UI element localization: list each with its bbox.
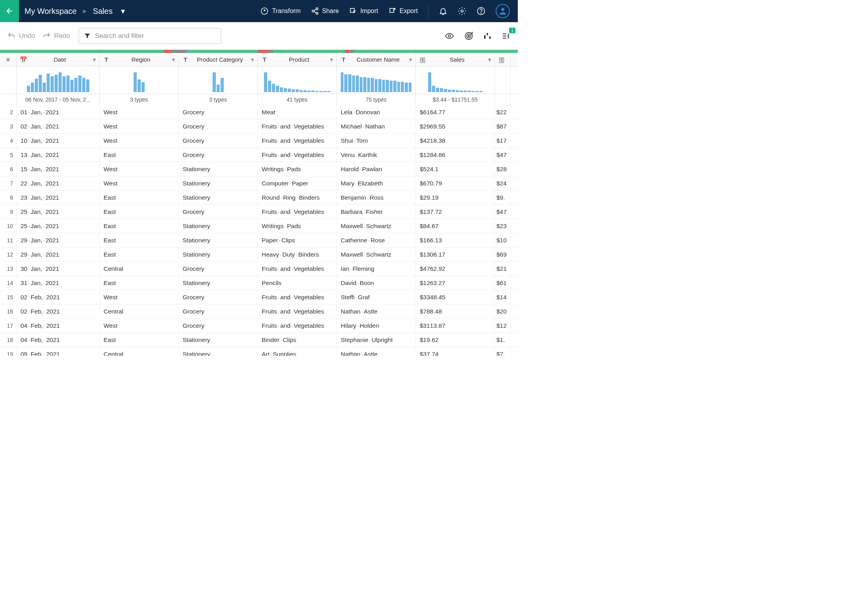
user-avatar[interactable]	[496, 4, 510, 18]
cell-extra[interactable]: $28	[495, 162, 511, 176]
table-row[interactable]: 722 ·Jan, ·2021WestStationeryComputer ·P…	[0, 176, 518, 191]
column-menu-caret[interactable]: ▾	[330, 56, 333, 63]
search-filter[interactable]	[79, 28, 221, 44]
cell-extra[interactable]: $12	[495, 319, 511, 332]
chart-button[interactable]	[483, 32, 492, 40]
export-button[interactable]: Export	[389, 7, 418, 15]
target-button[interactable]	[464, 31, 474, 41]
cell-date[interactable]: 30 ·Jan, ·2021	[17, 262, 100, 276]
cell-customer[interactable]: Hilary ·Holden	[337, 319, 416, 332]
cell-sales[interactable]: $3113.87	[416, 319, 495, 332]
cell-extra[interactable]: $87	[495, 119, 511, 133]
column-header-product-category[interactable]: TProduct Category▾	[179, 53, 258, 66]
table-row[interactable]: 513 ·Jan, ·2021EastGroceryFruits ·and ·V…	[0, 148, 518, 162]
table-row[interactable]: 925 ·Jan, ·2021EastGroceryFruits ·and ·V…	[0, 205, 518, 219]
table-row[interactable]: 1804 ·Feb, ·2021EastStationeryBinder ·Cl…	[0, 333, 518, 347]
cell-region[interactable]: East	[100, 191, 179, 204]
cell-date[interactable]: 02 ·Feb, ·2021	[17, 290, 100, 304]
table-row[interactable]: 823 ·Jan, ·2021EastStationeryRound ·Ring…	[0, 191, 518, 205]
cell-product[interactable]: Art ·Supplies	[258, 347, 337, 356]
column-menu-caret[interactable]: ▾	[251, 56, 254, 63]
cell-category[interactable]: Grocery	[179, 319, 258, 332]
cell-category[interactable]: Stationery	[179, 233, 258, 247]
table-row[interactable]: 1129 ·Jan, ·2021EastStationeryPaper ·Cli…	[0, 233, 518, 247]
cell-category[interactable]: Grocery	[179, 119, 258, 133]
cell-product[interactable]: Heavy ·Duty ·Binders	[258, 247, 337, 261]
cell-customer[interactable]: Maxwell ·Schwartz	[337, 247, 416, 261]
cell-customer[interactable]: Catherine ·Rose	[337, 233, 416, 247]
transform-button[interactable]: Transform	[260, 7, 300, 15]
table-row[interactable]: 1025 ·Jan, ·2021EastStationeryWritings ·…	[0, 219, 518, 233]
cell-product[interactable]: Binder ·Clips	[258, 333, 337, 347]
cell-sales[interactable]: $2969.55	[416, 119, 495, 133]
cell-customer[interactable]: Nathan ·Astle	[337, 304, 416, 318]
cell-extra[interactable]: $7.	[495, 347, 511, 356]
cell-region[interactable]: East	[100, 233, 179, 247]
histogram-region[interactable]	[100, 66, 179, 94]
cell-region[interactable]: East	[100, 276, 179, 290]
back-button[interactable]	[0, 0, 19, 22]
column-menu-caret[interactable]: ▾	[409, 56, 412, 63]
cell-category[interactable]: Stationery	[179, 176, 258, 190]
import-button[interactable]: Import	[349, 7, 378, 15]
cell-category[interactable]: Grocery	[179, 304, 258, 318]
cell-product[interactable]: Round ·Ring ·Binders	[258, 191, 337, 204]
cell-date[interactable]: 25 ·Jan, ·2021	[17, 219, 100, 233]
cell-sales[interactable]: $788.48	[416, 304, 495, 318]
cell-category[interactable]: Stationery	[179, 247, 258, 261]
cell-customer[interactable]: Nathan ·Astle	[337, 347, 416, 356]
cell-product[interactable]: Writings ·Pads	[258, 162, 337, 176]
cell-sales[interactable]: $4762.92	[416, 262, 495, 276]
cell-region[interactable]: West	[100, 176, 179, 190]
cell-sales[interactable]: $670.79	[416, 176, 495, 190]
cell-sales[interactable]: $1306.17	[416, 247, 495, 261]
cell-customer[interactable]: Mary ·Elizabeth	[337, 176, 416, 190]
cell-customer[interactable]: Lela ·Donovan	[337, 105, 416, 119]
cell-date[interactable]: 09 ·Feb, ·2021	[17, 347, 100, 356]
cell-product[interactable]: Fruits ·and ·Vegetables	[258, 319, 337, 332]
index-column-header[interactable]: #	[0, 53, 17, 66]
cell-region[interactable]: East	[100, 205, 179, 219]
cell-date[interactable]: 13 ·Jan, ·2021	[17, 148, 100, 162]
cell-sales[interactable]: $84.67	[416, 219, 495, 233]
cell-category[interactable]: Grocery	[179, 105, 258, 119]
cell-product[interactable]: Fruits ·and ·Vegetables	[258, 119, 337, 133]
cell-extra[interactable]: $14	[495, 290, 511, 304]
cell-category[interactable]: Stationery	[179, 191, 258, 204]
table-row[interactable]: 615 ·Jan, ·2021WestStationeryWritings ·P…	[0, 162, 518, 176]
cell-category[interactable]: Stationery	[179, 276, 258, 290]
cell-customer[interactable]: Steffi ·Graf	[337, 290, 416, 304]
cell-category[interactable]: Grocery	[179, 148, 258, 162]
cell-product[interactable]: Fruits ·and ·Vegetables	[258, 148, 337, 162]
data-grid[interactable]: 201 ·Jan, ·2021WestGroceryMeatLela ·Dono…	[0, 105, 518, 356]
cell-product[interactable]: Pencils	[258, 276, 337, 290]
table-row[interactable]: 302 ·Jan, ·2021WestGroceryFruits ·and ·V…	[0, 119, 518, 134]
cell-product[interactable]: Fruits ·and ·Vegetables	[258, 262, 337, 276]
visibility-button[interactable]	[444, 32, 455, 40]
cell-extra[interactable]: $61	[495, 276, 511, 290]
cell-extra[interactable]: $22	[495, 105, 511, 119]
cell-sales[interactable]: $19.62	[416, 333, 495, 347]
table-row[interactable]: 201 ·Jan, ·2021WestGroceryMeatLela ·Dono…	[0, 105, 518, 119]
cell-region[interactable]: East	[100, 333, 179, 347]
cell-region[interactable]: West	[100, 162, 179, 176]
cell-region[interactable]: East	[100, 247, 179, 261]
histogram-date[interactable]	[17, 66, 100, 94]
cell-extra[interactable]: $23	[495, 219, 511, 233]
histogram-customer-name[interactable]	[337, 66, 416, 94]
cell-region[interactable]: Central	[100, 304, 179, 318]
cell-region[interactable]: Central	[100, 262, 179, 276]
undo-button[interactable]: Undo	[7, 32, 35, 40]
cell-region[interactable]: East	[100, 148, 179, 162]
cell-customer[interactable]: Venu ·Karthik	[337, 148, 416, 162]
cell-product[interactable]: Fruits ·and ·Vegetables	[258, 205, 337, 219]
cell-sales[interactable]: $37.74	[416, 347, 495, 356]
cell-date[interactable]: 29 ·Jan, ·2021	[17, 247, 100, 261]
cell-date[interactable]: 02 ·Jan, ·2021	[17, 119, 100, 133]
cell-category[interactable]: Stationery	[179, 333, 258, 347]
cell-region[interactable]: West	[100, 290, 179, 304]
cell-customer[interactable]: Barbara ·Fisher	[337, 205, 416, 219]
breadcrumb-page[interactable]: Sales ▾	[93, 6, 125, 16]
cell-date[interactable]: 25 ·Jan, ·2021	[17, 205, 100, 219]
share-button[interactable]: Share	[311, 7, 339, 15]
